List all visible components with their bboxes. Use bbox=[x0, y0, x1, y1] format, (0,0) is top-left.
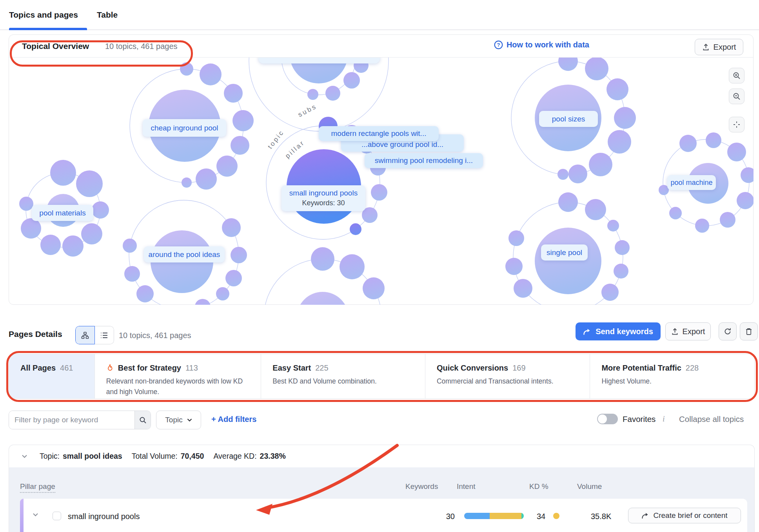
tab-best-for-strategy-count: 113 bbox=[185, 364, 198, 373]
tab-topics-and-pages-label: Topics and pages bbox=[9, 10, 78, 20]
help-link-label: How to work with data bbox=[507, 40, 589, 49]
create-brief-label: Create brief or content bbox=[653, 511, 727, 520]
topic-label: Topic: bbox=[40, 452, 60, 461]
table-row-small-inground-pools[interactable]: small inground pools 30 34 35.8K Create … bbox=[20, 499, 747, 532]
overview-header: Topical Overview 10 topics, 461 pages ? … bbox=[9, 35, 753, 58]
curved-arrow-icon bbox=[641, 512, 649, 519]
topic-filter-dropdown[interactable]: Topic bbox=[156, 411, 201, 429]
cluster-top-partial[interactable] bbox=[249, 58, 389, 131]
list-icon bbox=[100, 331, 108, 339]
tab-best-for-strategy[interactable]: Best for Strategy113 Relevant non-brande… bbox=[94, 354, 261, 398]
tab-easy-start-count: 225 bbox=[315, 364, 328, 373]
create-brief-button[interactable]: Create brief or content bbox=[628, 508, 741, 523]
favorites-toggle[interactable] bbox=[597, 414, 618, 424]
row-checkbox[interactable] bbox=[53, 512, 61, 520]
cluster-label-single-pool[interactable]: single pool bbox=[541, 244, 588, 261]
tab-best-for-strategy-desc: Relevant non-branded keywords with low K… bbox=[106, 376, 247, 397]
cluster-label-pool-materials[interactable]: pool materials bbox=[32, 205, 93, 221]
refresh-icon bbox=[724, 328, 732, 335]
tab-quick-conversions[interactable]: Quick Conversions169 Commercial and Tran… bbox=[425, 354, 590, 398]
svg-text:?: ? bbox=[497, 42, 500, 48]
add-filters-link[interactable]: + Add filters bbox=[211, 415, 256, 424]
cluster-label-around-the-pool-ideas[interactable]: around the pool ideas bbox=[144, 246, 225, 262]
chevron-down-icon bbox=[187, 418, 192, 422]
delete-button[interactable] bbox=[740, 322, 758, 340]
tab-all-pages-count: 461 bbox=[60, 364, 73, 373]
cluster-label-cheap-inground-pool[interactable]: cheap inground pool bbox=[143, 119, 226, 137]
tab-more-potential-traffic-desc: Highest Volume. bbox=[601, 376, 740, 387]
toggle-knob bbox=[598, 414, 607, 423]
tab-quick-conversions-desc: Commercial and Transactional intents. bbox=[437, 376, 562, 387]
view-toggle-map-button[interactable] bbox=[75, 326, 95, 344]
cluster-bottom-partial[interactable] bbox=[264, 247, 385, 305]
tab-more-potential-traffic-count: 228 bbox=[686, 364, 699, 373]
column-keywords: Keywords bbox=[405, 482, 438, 491]
orbit-word-subs: subs bbox=[297, 102, 318, 118]
topic-summary-row: Topic: small pool ideas Total Volume: 70… bbox=[9, 445, 754, 467]
column-intent: Intent bbox=[457, 482, 476, 491]
map-zoom-out-button[interactable] bbox=[729, 89, 744, 104]
kd-difficulty-dot bbox=[553, 513, 559, 519]
topic-name: small pool ideas bbox=[63, 452, 122, 461]
cluster-small-inground-pools[interactable]: subs topic pillar bbox=[266, 102, 387, 239]
pages-details-subtitle: 10 topics, 461 pages bbox=[119, 331, 191, 340]
topical-overview-card: Topical Overview 10 topics, 461 pages ? … bbox=[9, 34, 754, 305]
how-to-work-with-data-link[interactable]: ? How to work with data bbox=[494, 40, 589, 49]
collapse-all-topics-link[interactable]: Collapse all topics bbox=[679, 414, 744, 424]
total-volume-value: 70,450 bbox=[181, 452, 204, 461]
cluster-label-pool-machine[interactable]: pool machine bbox=[667, 175, 716, 190]
row-expand-chevron[interactable] bbox=[33, 513, 38, 517]
tab-table-label: Table bbox=[97, 10, 118, 20]
map-zoom-in-button[interactable] bbox=[729, 68, 744, 83]
view-toggle-list-button[interactable] bbox=[95, 326, 114, 344]
info-icon[interactable]: i bbox=[663, 414, 665, 423]
chevron-down-icon bbox=[33, 513, 38, 517]
send-arrow-icon bbox=[583, 328, 591, 335]
tab-table[interactable]: Table bbox=[97, 0, 118, 29]
export-button-top[interactable]: Export bbox=[695, 39, 743, 55]
hierarchy-icon bbox=[81, 331, 89, 339]
filter-search bbox=[9, 411, 151, 429]
tab-more-potential-traffic[interactable]: More Potential Traffic228 Highest Volume… bbox=[590, 354, 754, 398]
pages-filter-tabs: All Pages461 Best for Strategy113 Releva… bbox=[9, 354, 755, 399]
tab-easy-start[interactable]: Easy Start225 Best KD and Volume combina… bbox=[261, 354, 425, 398]
pillar-tooltip[interactable]: small inground pools Keywords: 30 bbox=[281, 185, 365, 211]
upload-icon bbox=[702, 43, 710, 51]
send-keywords-button[interactable]: Send keywords bbox=[576, 322, 661, 340]
total-volume-label: Total Volume: bbox=[132, 452, 178, 461]
tooltip-swimming-pool-remodeling[interactable]: swimming pool remodeling i... bbox=[365, 153, 483, 168]
send-keywords-label: Send keywords bbox=[596, 327, 653, 336]
export-button-bottom[interactable]: Export bbox=[665, 322, 711, 340]
tooltip-modern-rectangle-pools[interactable]: modern rectangle pools wit... bbox=[319, 126, 439, 141]
search-button[interactable] bbox=[134, 411, 151, 429]
row-page-name: small inground pools bbox=[68, 512, 140, 521]
flame-icon bbox=[106, 364, 114, 373]
refresh-button[interactable] bbox=[719, 322, 737, 340]
search-input[interactable] bbox=[9, 411, 134, 429]
overview-title: Topical Overview bbox=[22, 42, 89, 51]
topical-map[interactable]: subs topic pillar bbox=[9, 58, 754, 305]
zoom-in-icon bbox=[733, 72, 741, 80]
topical-map-svg: subs topic pillar bbox=[9, 58, 754, 305]
view-toggle bbox=[75, 326, 114, 344]
tab-all-pages[interactable]: All Pages461 bbox=[9, 354, 94, 398]
cluster-label-pool-sizes[interactable]: pool sizes bbox=[539, 111, 598, 127]
topic-dropdown-label: Topic bbox=[165, 416, 182, 424]
row-volume-value: 35.8K bbox=[591, 512, 611, 521]
top-cluster-label-clipped[interactable] bbox=[258, 58, 380, 63]
intent-bar bbox=[464, 513, 524, 519]
tab-easy-start-label: Easy Start bbox=[272, 364, 311, 373]
tab-all-pages-label: All Pages bbox=[20, 364, 56, 373]
export-bottom-label: Export bbox=[683, 327, 705, 336]
average-kd-value: 23.38% bbox=[260, 452, 286, 461]
topic-collapse-chevron[interactable] bbox=[22, 454, 27, 458]
search-icon bbox=[139, 416, 147, 424]
map-center-button[interactable] bbox=[729, 117, 744, 132]
average-kd-label: Average KD: bbox=[213, 452, 256, 461]
tab-topics-and-pages[interactable]: Topics and pages bbox=[9, 0, 78, 29]
tab-easy-start-desc: Best KD and Volume combination. bbox=[272, 376, 411, 387]
topic-group-card: Topic: small pool ideas Total Volume: 70… bbox=[9, 445, 755, 532]
top-tabbar: Topics and pages Table bbox=[0, 0, 759, 30]
row-keywords-value: 30 bbox=[432, 512, 455, 521]
column-pillar-page[interactable]: Pillar page bbox=[20, 482, 55, 493]
